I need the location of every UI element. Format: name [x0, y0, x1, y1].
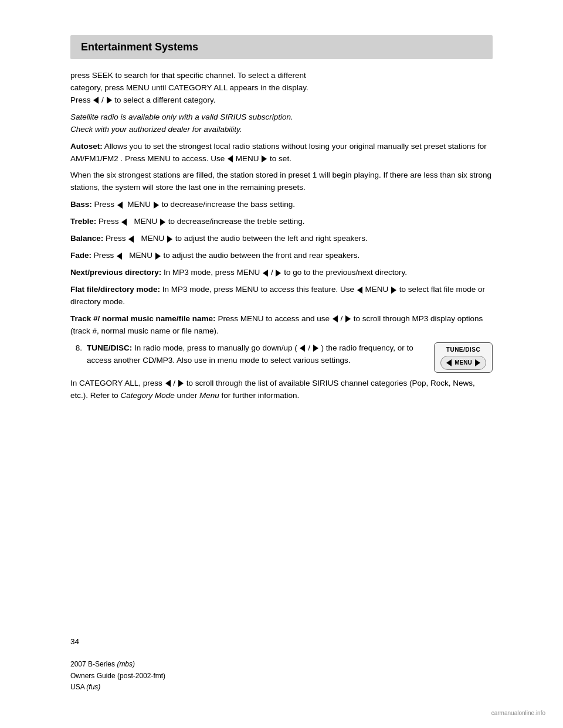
treble-press: Press	[99, 217, 121, 226]
treble-text: to decrease/increase the treble setting.	[168, 217, 305, 226]
tune-arrow-right1	[313, 345, 318, 352]
nextprev-section: Next/previous directory: In MP3 mode, pr…	[70, 267, 493, 279]
nextprev-arrow-left	[263, 270, 268, 277]
flatfile-section: Flat file/directory mode: In MP3 mode, p…	[70, 284, 493, 308]
autoset-arrow-right	[262, 155, 267, 162]
balance-arrow-right	[167, 236, 172, 243]
diagram-menu-text: MENU	[455, 358, 472, 368]
autoset-arrow-left	[228, 155, 233, 162]
balance-section: Balance: Press MENU to adjust the audio …	[70, 233, 493, 245]
tracknum-arrow-left	[333, 315, 338, 322]
arrow-right-icon	[107, 97, 112, 104]
treble-menu: MENU	[130, 217, 157, 226]
bass-text: to decrease/increase the bass setting.	[162, 200, 295, 209]
footer: 2007 B-Series (mbs) Owners Guide (post-2…	[70, 659, 165, 693]
tune-text-block: TUNE/DISC: In radio mode, press to manua…	[87, 342, 422, 367]
tracknum-term: Track #/ normal music name/file name:	[70, 314, 216, 323]
footer-line3: USA (fus)	[70, 682, 165, 693]
category-para1: In CATEGORY ALL, press	[70, 379, 162, 387]
bass-term: Bass:	[70, 200, 92, 209]
tracknum-section: Track #/ normal music name/file name: Pr…	[70, 313, 493, 338]
page-number: 34	[70, 637, 79, 646]
diagram-arrow-right	[475, 359, 480, 366]
autoset-text2: to set.	[270, 154, 291, 163]
category-italic1: Category Mode	[121, 391, 175, 400]
tune-disc-diagram: TUNE/DISC MENU	[434, 342, 493, 373]
tune-arrow-left1	[300, 345, 305, 352]
nextprev-term: Next/previous directory:	[70, 268, 161, 277]
autoset-para2: When the six strongest stations are fill…	[70, 169, 493, 194]
bass-arrow-left	[117, 202, 123, 209]
bass-menu: MENU	[126, 200, 151, 209]
footer-line2: Owners Guide (post-2002-fmt)	[70, 671, 165, 682]
fade-text: to adjust the audio between the front an…	[164, 251, 360, 260]
tune-text: In radio mode, press to manually go down…	[134, 343, 297, 352]
main-content: press SEEK to search for that specific c…	[70, 70, 493, 402]
italic-line2: Check with your authorized dealer for av…	[70, 125, 242, 134]
category-arrow-left	[165, 380, 171, 387]
category-para3: under	[177, 391, 199, 400]
nextprev-text2: to go to the previous/next directory.	[284, 268, 407, 277]
tracknum-arrow-right	[345, 315, 351, 322]
section-header: Entertainment Systems	[70, 35, 493, 59]
autoset-term: Autoset:	[70, 142, 103, 151]
diagram-label: TUNE/DISC	[440, 345, 486, 355]
flatfile-arrow-left	[357, 287, 362, 294]
balance-arrow-left	[128, 236, 134, 243]
flatfile-text: In MP3 mode, press MENU to access this f…	[162, 285, 354, 294]
category-para4: for further information.	[221, 391, 299, 400]
fade-arrow-left	[117, 253, 122, 260]
tune-row: TUNE/DISC: In radio mode, press to manua…	[87, 342, 493, 373]
diagram-arrow-left	[446, 359, 452, 366]
intro-line3: to select a different category.	[114, 96, 215, 104]
treble-term: Treble:	[70, 217, 96, 226]
tracknum-text: Press MENU to access and use	[218, 314, 330, 323]
tune-disc-item: 8. TUNE/DISC: In radio mode, press to ma…	[70, 342, 493, 373]
fade-section: Fade: Press MENU to adjust the audio bet…	[70, 250, 493, 262]
tune-number: 8.	[70, 342, 82, 373]
footer-line1: 2007 B-Series (mbs)	[70, 659, 165, 670]
tune-term: TUNE/DISC:	[87, 343, 132, 352]
fade-menu: MENU	[125, 251, 152, 260]
tune-content: TUNE/DISC: In radio mode, press to manua…	[87, 342, 493, 373]
arrow-left-icon	[93, 97, 99, 104]
treble-section: Treble: Press MENU to decrease/increase …	[70, 216, 493, 228]
treble-arrow-left	[121, 219, 127, 226]
bass-press: Press	[94, 200, 117, 209]
page-container: Entertainment Systems press SEEK to sear…	[0, 0, 563, 728]
flatfile-term: Flat file/directory mode:	[70, 285, 160, 294]
balance-menu: MENU	[137, 234, 164, 243]
balance-text: to adjust the audio between the left and…	[175, 234, 368, 243]
nextprev-text: In MP3 mode, press MENU	[164, 268, 260, 277]
balance-press: Press	[106, 234, 128, 243]
fade-arrow-right	[155, 253, 161, 260]
italic-line1: Satellite radio is available only with a…	[70, 113, 293, 121]
category-paragraph: In CATEGORY ALL, press / to scroll throu…	[70, 377, 493, 402]
balance-term: Balance:	[70, 234, 103, 243]
italic-disclaimer: Satellite radio is available only with a…	[70, 111, 493, 136]
intro-paragraph: press SEEK to search for that specific c…	[70, 70, 493, 107]
category-arrow-right	[178, 380, 184, 387]
section-title: Entertainment Systems	[81, 41, 482, 53]
bass-section: Bass: Press MENU to decrease/increase th…	[70, 199, 493, 211]
bass-arrow-right	[154, 202, 159, 209]
fade-press: Press	[94, 251, 116, 260]
flatfile-arrow-right	[391, 287, 396, 294]
press-label: Press	[70, 96, 91, 104]
autoset-menu: MENU	[236, 154, 259, 163]
fade-term: Fade:	[70, 251, 91, 260]
treble-arrow-right	[160, 219, 165, 226]
flatfile-menu: MENU	[365, 285, 388, 294]
diagram-controls: MENU	[440, 356, 486, 370]
intro-line1: press SEEK to search for that specific c…	[70, 71, 306, 80]
autoset-section: Autoset: Allows you to set the strongest…	[70, 141, 493, 165]
nextprev-arrow-right	[276, 270, 281, 277]
category-italic2: Menu	[199, 391, 219, 400]
intro-line2: category, press MENU until CATEGORY ALL …	[70, 83, 308, 92]
watermark: carmanualonline.info	[491, 710, 545, 716]
